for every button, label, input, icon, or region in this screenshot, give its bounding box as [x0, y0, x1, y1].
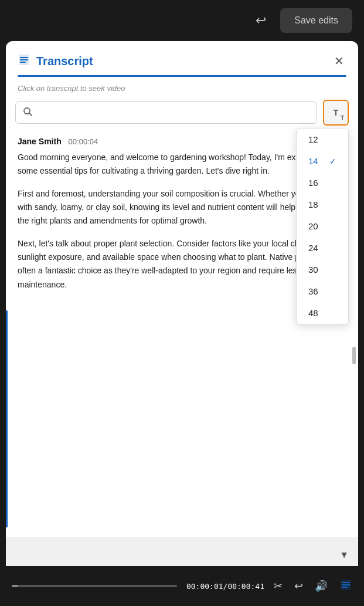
- transcript-title: Transcript: [36, 55, 93, 68]
- font-size-sub-t: T: [341, 115, 344, 121]
- close-button[interactable]: ✕: [332, 52, 346, 70]
- transcript-panel: Transcript ✕ Click on transcript to seek…: [6, 41, 358, 537]
- time-display: 00:00:01/00:00:41: [186, 582, 264, 591]
- main-panel: Transcript ✕ Click on transcript to seek…: [6, 41, 358, 566]
- search-box[interactable]: [15, 101, 317, 124]
- font-size-button[interactable]: T T: [323, 100, 349, 126]
- font-size-option-48[interactable]: 48: [297, 302, 348, 324]
- search-icon: [23, 107, 32, 119]
- cut-button[interactable]: ✂: [274, 580, 283, 593]
- font-size-option-24[interactable]: 24: [297, 237, 348, 259]
- transcript-panel-icon: [18, 53, 30, 69]
- transcript-toggle-button[interactable]: [339, 578, 352, 594]
- font-size-option-18[interactable]: 18: [297, 194, 348, 215]
- cut-icon: ✂: [274, 580, 283, 592]
- save-edits-button[interactable]: Save edits: [280, 8, 352, 33]
- transcript-title-group: Transcript: [18, 53, 93, 69]
- font-size-option-16[interactable]: 16: [297, 172, 348, 194]
- top-toolbar: ↩ Save edits: [0, 0, 364, 41]
- font-size-option-30[interactable]: 30: [297, 259, 348, 280]
- font-size-icon: T: [334, 108, 339, 117]
- font-size-button-wrapper: T T 12 14 ✓ 16 18: [323, 100, 349, 126]
- undo-icon: ↩: [256, 13, 266, 28]
- speaker-timestamp: 00:00:04: [69, 137, 98, 146]
- replay-button[interactable]: ↩: [294, 580, 303, 593]
- progress-bar[interactable]: [12, 585, 177, 587]
- current-time: 00:00:01: [186, 582, 223, 591]
- close-icon: ✕: [334, 55, 344, 67]
- font-size-option-12[interactable]: 12: [297, 128, 348, 150]
- player-bar: 00:00:01/00:00:41 ✂ ↩ 🔊: [0, 566, 364, 606]
- font-size-option-14[interactable]: 14 ✓: [297, 150, 348, 172]
- transcript-subtitle: Click on transcript to seek video: [6, 77, 358, 93]
- undo-button[interactable]: ↩: [251, 8, 271, 33]
- font-size-option-36[interactable]: 36: [297, 280, 348, 302]
- progress-fill: [12, 585, 18, 587]
- font-size-dropdown: 12 14 ✓ 16 18 20 2: [296, 128, 349, 324]
- speaker-name: Jane Smith: [18, 137, 62, 146]
- font-size-option-20[interactable]: 20: [297, 215, 348, 237]
- svg-line-5: [29, 113, 32, 116]
- left-border-accent: [6, 310, 8, 527]
- selected-check-icon: ✓: [329, 157, 336, 166]
- save-edits-label: Save edits: [294, 15, 338, 25]
- total-time: 00:00:41: [227, 582, 264, 591]
- scroll-down-arrow[interactable]: ▼: [339, 550, 349, 560]
- volume-icon: 🔊: [315, 580, 328, 592]
- search-input[interactable]: [37, 108, 309, 117]
- player-controls: ✂ ↩ 🔊: [274, 578, 352, 594]
- scroll-indicator: [352, 347, 356, 364]
- transcript-toggle-icon: [339, 581, 352, 594]
- transcript-header: Transcript ✕: [6, 41, 358, 70]
- replay-icon: ↩: [294, 580, 303, 592]
- search-row: T T 12 14 ✓ 16 18: [6, 93, 358, 126]
- volume-button[interactable]: 🔊: [315, 580, 328, 593]
